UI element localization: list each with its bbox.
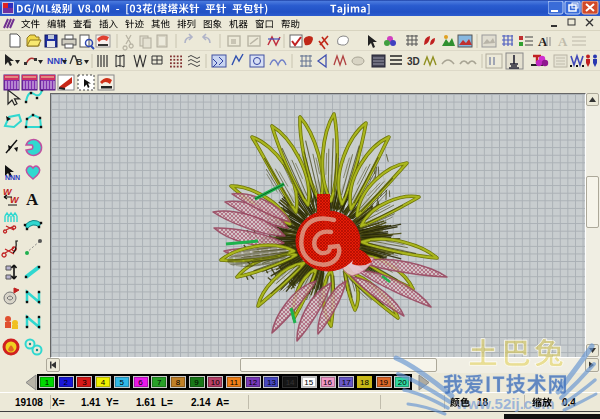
svg-text:A: A	[558, 34, 568, 49]
svg-text:B: B	[76, 57, 83, 67]
svg-text:NNN: NNN	[5, 174, 20, 181]
svg-text:3D: 3D	[407, 56, 420, 67]
svg-text:A: A	[26, 190, 39, 209]
